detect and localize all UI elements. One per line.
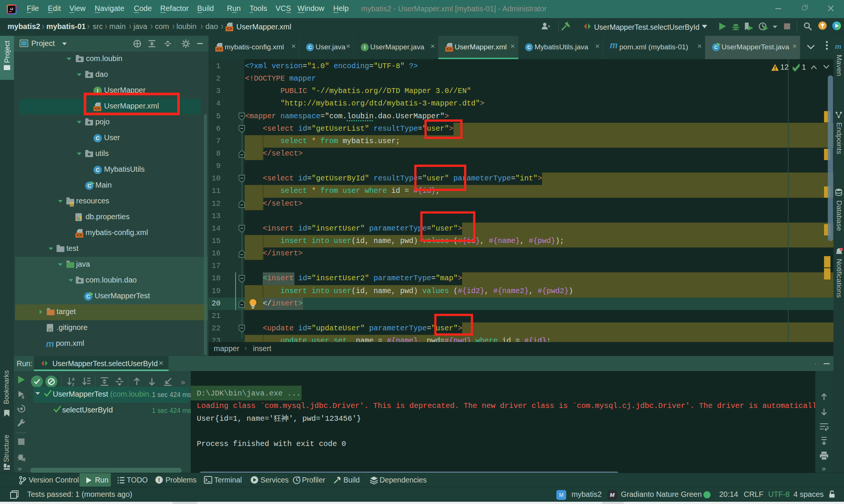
svg-text:z: z (72, 382, 74, 386)
svg-text:a: a (72, 377, 75, 382)
svg-text:9: 9 (21, 394, 24, 399)
